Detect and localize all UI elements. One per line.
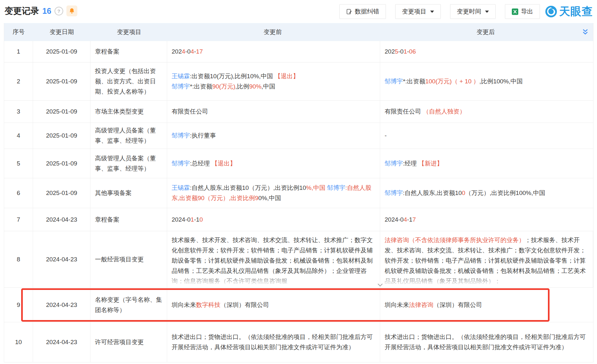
notification-bell-button[interactable] — [66, 5, 77, 16]
text-segment: 0%,中国 — [258, 195, 281, 201]
collapse-double-chevron-icon[interactable] — [583, 29, 588, 37]
cell-seq: 2 — [4, 63, 33, 100]
text-segment: 0 — [462, 190, 465, 196]
entity-link[interactable]: 邹博宇 — [385, 190, 403, 196]
table-row: 42025-01-09高级管理人员备案（董事、监事、经理等）邹博宇:执行董事- — [4, 123, 593, 149]
text-segment: -0 — [398, 48, 404, 55]
filter-change-item-button[interactable]: 变更项目 — [395, 4, 441, 19]
text-segment: 【退出】 — [212, 160, 236, 167]
text-segment: ；技术服务、技术开发、技术咨询、技术交流、技术转让、技术推广；数字文化创意软件开… — [385, 237, 586, 284]
text-segment: （ + 10 ） — [452, 78, 479, 85]
cell-after: 邹博宇*:出资额100(万元)（ + 10 ）,比例100%,中国 — [380, 63, 593, 100]
tianyancha-logo[interactable]: 天眼查 — [545, 4, 593, 19]
text-segment: 技术进出口；货物进出口。（依法须经批准的项目，经相关部门批准后方可开展经营活动，… — [172, 334, 373, 351]
text-segment: 法律咨询（不含依法须律师事务所执业许可的业务） — [385, 237, 525, 243]
text-segment: （万元）,出资比例100%,中国 — [465, 190, 545, 196]
cell-change-item: 市场主体类型变更 — [90, 101, 167, 123]
cell-after: 邹博宇:经理 【新进】 — [380, 149, 593, 178]
cell-seq: 1 — [4, 41, 33, 62]
cell-after: 邹博宇:自然人股东,出资额100（万元）,出资比例100%,中国 — [380, 178, 593, 208]
cell-change-item: 名称变更（字号名称、集团名称等） — [90, 288, 167, 322]
caret-down-icon — [430, 11, 434, 13]
text-segment: 【退出】 — [275, 73, 299, 80]
table-row: 22025-01-09投资人变更（包括出资额、出资方式、出资日期、投资人名称等）… — [4, 63, 593, 101]
cell-date: 2024-04-23 — [33, 231, 90, 287]
change-records-table: 序号 变更日期 变更项目 变更前 变更后 12025-01-09章程备案2024… — [4, 23, 593, 362]
text-segment: 2024-0 — [172, 216, 191, 223]
cell-date: 2024-04-23 — [33, 322, 90, 362]
text-segment: 1 — [191, 216, 194, 223]
excel-export-icon — [512, 8, 518, 15]
text-segment: - — [385, 132, 387, 139]
text-segment: :自然人股东,出资额10 — [403, 190, 462, 196]
toolbar: 数据纠错 变更项目 变更时间 导出 天眼查 — [339, 4, 593, 19]
entity-link[interactable]: 邹博宇 — [172, 132, 190, 139]
filter-change-time-label: 变更时间 — [457, 7, 481, 16]
text-segment: 202 — [385, 48, 395, 55]
column-header-date: 变更日期 — [33, 28, 90, 36]
cell-date: 2025-01-09 — [33, 149, 90, 178]
cell-date: 2025-01-09 — [33, 63, 90, 100]
change-records-page: 变更记录 16 ? 数据纠错 变更项目 变更时间 — [0, 0, 597, 364]
text-segment: 2024-0 — [385, 216, 404, 223]
cell-before: 技术服务、技术开发、技术咨询、技术交流、技术转让、技术推广；数字文化创意软件开发… — [167, 231, 380, 287]
cell-after: 2025-01-06 — [380, 41, 593, 62]
cell-before: 邹博宇:执行董事 — [167, 123, 380, 148]
entity-link[interactable]: 邹博宇 — [172, 83, 190, 90]
entity-link[interactable]: 邹博宇 — [172, 160, 190, 167]
cell-change-item: 许可经营项目变更 — [90, 322, 167, 362]
cell-before: 有限责任公司 — [167, 101, 380, 123]
text-segment: 技术服务、技术开发、技术咨询、技术交流、技术转让、技术推广；数字文化创意软件开发… — [172, 237, 373, 284]
filter-change-item-label: 变更项目 — [402, 7, 426, 16]
table-row: 102024-04-23许可经营项目变更技术进出口；货物进出口。（依法须经批准的… — [4, 322, 593, 362]
cell-before: 2024-04-17 — [167, 41, 380, 62]
text-segment: -0 — [185, 48, 191, 55]
cell-seq: 4 — [4, 123, 33, 148]
text-segment: *:出资额 — [190, 83, 212, 90]
data-correction-button[interactable]: 数据纠错 — [339, 4, 386, 19]
entity-link[interactable]: 邹博宇 — [327, 184, 345, 191]
text-segment: %,中国 — [306, 184, 327, 191]
help-icon[interactable]: ? — [55, 7, 63, 15]
tianyancha-logo-icon — [545, 5, 557, 18]
cell-seq: 7 — [4, 208, 33, 231]
record-count: 16 — [42, 6, 51, 16]
cell-change-item: 高级管理人员备案（董事、监事、经理等） — [90, 123, 167, 148]
cell-after: 有限责任公司 （自然人独资） — [380, 101, 593, 123]
text-segment: 90% — [249, 83, 261, 90]
cell-change-item: 高级管理人员备案（董事、监事、经理等） — [90, 149, 167, 178]
text-segment: 06 — [409, 48, 416, 55]
cell-change-item: 章程备案 — [90, 208, 167, 231]
text-segment: 圳向未来 — [172, 301, 196, 308]
tianyancha-logo-text: 天眼查 — [559, 4, 593, 19]
text-segment: 4 — [191, 48, 194, 55]
text-segment: ,比例 — [235, 83, 249, 90]
entity-link[interactable]: 王锡霖 — [172, 184, 190, 191]
text-segment: 90(万元) — [212, 83, 235, 90]
entity-link[interactable]: 王锡霖 — [172, 73, 190, 80]
text-segment: 0 — [200, 216, 203, 223]
text-segment: -1 — [194, 216, 200, 223]
column-header-item: 变更项目 — [90, 25, 167, 39]
text-segment: :自然人股东,出资额10（万元）,出资比例10 — [190, 184, 306, 191]
filter-change-time-button[interactable]: 变更时间 — [450, 4, 496, 19]
data-correction-label: 数据纠错 — [355, 7, 379, 16]
table-row: 52025-01-09高级管理人员备案（董事、监事、经理等）邹博宇:总经理 【退… — [4, 149, 593, 178]
text-segment: 数字科技 — [196, 301, 220, 308]
text-segment: -1 — [407, 216, 413, 223]
cell-after: 法律咨询（不含依法须律师事务所执业许可的业务）；技术服务、技术开发、技术咨询、技… — [380, 231, 593, 287]
export-button[interactable]: 导出 — [505, 4, 540, 19]
column-header-after: 变更后 — [380, 25, 593, 39]
table-header-row: 序号 变更日期 变更项目 变更前 变更后 — [4, 23, 593, 41]
cell-before: 圳向未来数字科技（深圳）有限公司 — [167, 288, 380, 322]
text-segment: （自然人独资） — [423, 108, 465, 115]
cell-date: 2025-01-09 — [33, 178, 90, 208]
text-segment: 有限责任公司 — [172, 108, 208, 115]
table-row: 82024-04-23一般经营项目变更技术服务、技术开发、技术咨询、技术交流、技… — [4, 231, 593, 288]
cell-before: 王锡霖:出资额10(万元),比例10%,中国 【退出】邹博宇*:出资额90(万元… — [167, 63, 380, 100]
expand-row-chevron-icon[interactable] — [375, 282, 385, 288]
entity-link[interactable]: 邹博宇 — [385, 78, 403, 85]
table-row: 32025-01-09市场主体类型变更有限责任公司有限责任公司 （自然人独资） — [4, 101, 593, 123]
cell-before: 邹博宇:总经理 【退出】 — [167, 149, 380, 178]
entity-link[interactable]: 邹博宇 — [385, 160, 403, 167]
